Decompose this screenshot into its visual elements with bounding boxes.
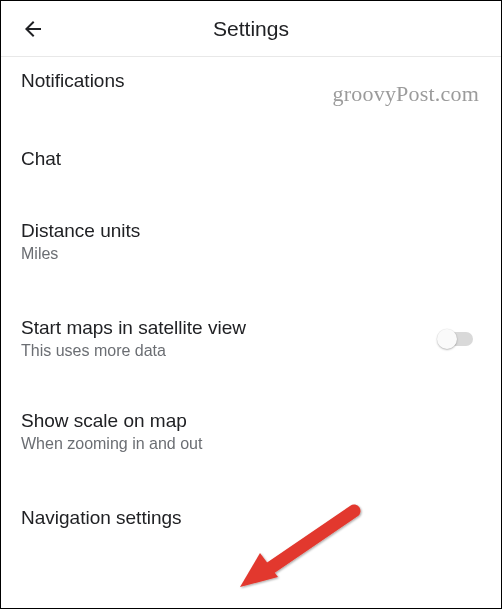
settings-list: Notifications Chat Distance units Miles … bbox=[1, 57, 501, 541]
row-title: Notifications bbox=[21, 70, 125, 92]
row-satellite-view[interactable]: Start maps in satellite view This uses m… bbox=[1, 287, 501, 384]
row-title: Chat bbox=[21, 148, 61, 170]
header: Settings bbox=[1, 1, 501, 57]
back-button[interactable] bbox=[13, 9, 53, 49]
svg-marker-0 bbox=[240, 553, 278, 587]
satellite-toggle[interactable] bbox=[439, 329, 475, 349]
row-show-scale[interactable]: Show scale on map When zooming in and ou… bbox=[1, 384, 501, 477]
settings-screen: Settings Notifications Chat Distance uni… bbox=[0, 0, 502, 609]
row-title: Navigation settings bbox=[21, 507, 182, 529]
arrow-back-icon bbox=[21, 17, 45, 41]
row-subtitle: Miles bbox=[21, 245, 140, 263]
row-navigation-settings[interactable]: Navigation settings bbox=[1, 477, 501, 541]
toggle-thumb bbox=[437, 329, 457, 349]
row-title: Start maps in satellite view bbox=[21, 317, 246, 339]
row-title: Distance units bbox=[21, 220, 140, 242]
row-title: Show scale on map bbox=[21, 410, 202, 432]
row-subtitle: This uses more data bbox=[21, 342, 246, 360]
row-chat[interactable]: Chat bbox=[1, 122, 501, 196]
row-notifications[interactable]: Notifications bbox=[1, 57, 501, 122]
page-title: Settings bbox=[1, 17, 501, 41]
row-distance-units[interactable]: Distance units Miles bbox=[1, 196, 501, 287]
row-subtitle: When zooming in and out bbox=[21, 435, 202, 453]
